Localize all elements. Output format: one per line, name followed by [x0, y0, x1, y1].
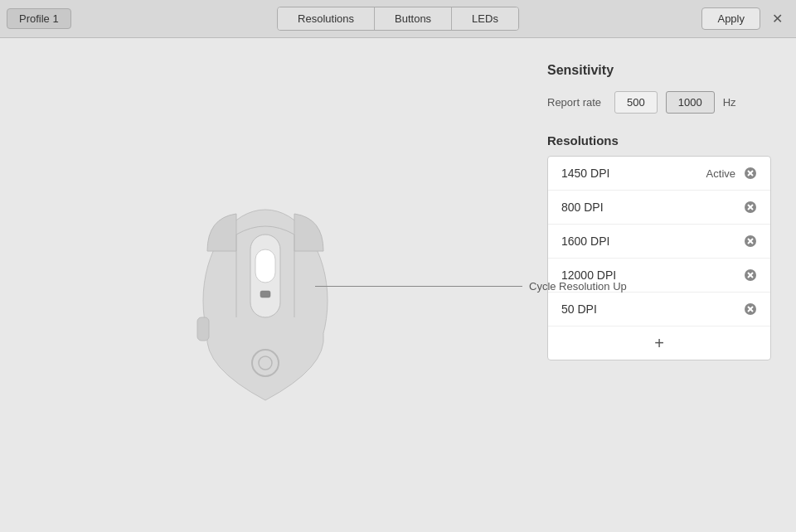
svg-rect-3 [260, 291, 270, 297]
resolution-label-800: 800 DPI [561, 201, 744, 214]
resolution-row-1450: 1450 DPI Active [548, 157, 770, 191]
tab-leds[interactable]: LEDs [452, 7, 518, 30]
resolutions-box: 1450 DPI Active 800 DPI [547, 156, 771, 360]
remove-icon [744, 235, 757, 248]
resolutions-section: Resolutions 1450 DPI Active [547, 133, 771, 360]
resolution-label-1450: 1450 DPI [561, 167, 706, 180]
remove-50-button[interactable] [744, 302, 757, 316]
active-badge-1450: Active [706, 167, 735, 180]
mouse-container: Cycle Resolution Up [182, 152, 348, 419]
resolution-row-50: 50 DPI [548, 293, 770, 326]
remove-icon [744, 302, 757, 316]
annotation-text: Cycle Resolution Up [529, 280, 627, 293]
hz-label: Hz [723, 96, 736, 109]
resolution-row-1600: 1600 DPI [548, 225, 770, 259]
remove-1600-button[interactable] [744, 235, 757, 248]
remove-1450-button[interactable] [744, 167, 757, 180]
report-rate-label: Report rate [547, 96, 601, 109]
sensitivity-title: Sensitivity [547, 63, 771, 78]
remove-12000-button[interactable] [744, 268, 757, 282]
resolution-label-50: 50 DPI [561, 302, 744, 316]
add-resolution-button[interactable]: + [654, 335, 664, 351]
resolution-label-1600: 1600 DPI [561, 235, 744, 248]
left-panel: Cycle Resolution Up [0, 38, 531, 532]
remove-800-button[interactable] [744, 201, 757, 214]
svg-rect-6 [197, 317, 209, 341]
tab-group: Resolutions Buttons LEDs [277, 7, 519, 31]
apply-button[interactable]: Apply [701, 7, 760, 30]
add-resolution-row: + [548, 326, 770, 360]
remove-icon [744, 167, 757, 180]
remove-icon [744, 201, 757, 214]
main-content: Cycle Resolution Up Sensitivity Report r… [0, 38, 796, 532]
svg-rect-2 [255, 249, 275, 283]
rate-1000-button[interactable]: 1000 [666, 91, 715, 114]
resolution-row-800: 800 DPI [548, 191, 770, 225]
annotation: Cycle Resolution Up [315, 280, 627, 293]
tab-buttons[interactable]: Buttons [375, 7, 452, 30]
toolbar: Profile 1 Resolutions Buttons LEDs Apply… [0, 0, 796, 38]
remove-icon [744, 268, 757, 282]
tab-resolutions[interactable]: Resolutions [278, 7, 375, 30]
annotation-line [315, 286, 522, 287]
close-button[interactable]: ✕ [765, 7, 789, 30]
report-rate-row: Report rate 500 1000 Hz [547, 91, 771, 114]
resolutions-title: Resolutions [547, 133, 771, 148]
sensitivity-section: Sensitivity Report rate 500 1000 Hz [547, 63, 771, 114]
rate-500-button[interactable]: 500 [614, 91, 658, 114]
profile-tab[interactable]: Profile 1 [7, 8, 71, 29]
